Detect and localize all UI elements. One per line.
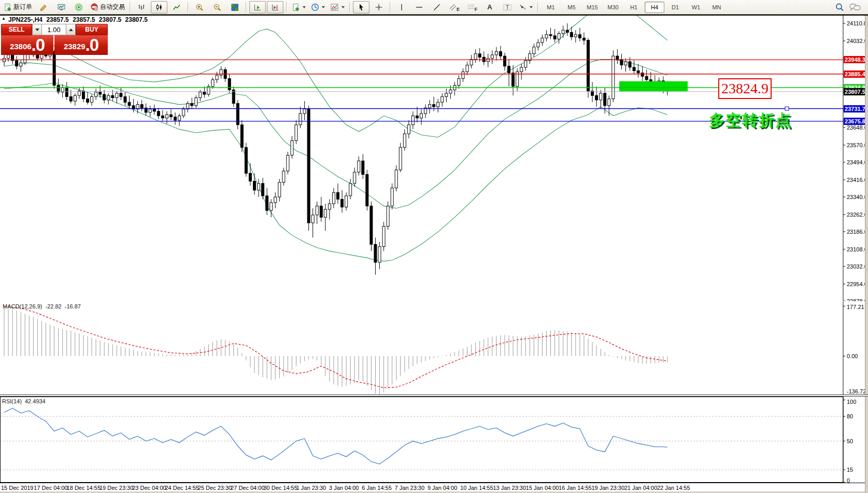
price-callout-label[interactable]: 23824.9 <box>718 78 772 99</box>
timeframe-button-m1[interactable]: M1 <box>541 2 561 13</box>
autoscroll-button[interactable] <box>249 1 266 13</box>
macd-axis-tick: 0.00 <box>847 353 858 359</box>
arrow-tools-button[interactable] <box>517 1 535 13</box>
line-chart-button[interactable] <box>168 1 185 13</box>
cursor-button[interactable] <box>353 1 369 13</box>
chart-window-border <box>0 15 868 16</box>
label-icon: T <box>503 3 512 11</box>
timeframe-button-w1[interactable]: W1 <box>686 2 706 13</box>
sell-price[interactable]: 23806.0 <box>1 35 53 55</box>
new-order-button[interactable]: 新订单 <box>2 1 34 13</box>
sell-price-fraction: .0 <box>32 36 45 54</box>
candlestick-chart-button[interactable] <box>151 1 167 13</box>
volume-increase-button[interactable] <box>66 24 76 35</box>
rsi-axis-tick: 80 <box>847 413 853 419</box>
signal-button[interactable] <box>70 1 87 13</box>
dropdown-caret-icon <box>303 6 306 8</box>
timeframe-group: M1M5M15M30H1H4D1W1MN <box>540 2 727 13</box>
new-chart-button[interactable] <box>53 1 69 13</box>
ohlc-close: 23807.5 <box>125 16 148 23</box>
svg-text:T: T <box>506 4 509 10</box>
main-chart-canvas[interactable]: 24110.024032.023956.023878.023802.023724… <box>0 15 868 301</box>
buy-button[interactable]: BUY <box>76 24 108 35</box>
zoom-in-icon <box>195 3 204 11</box>
autotrade-label: 自动交易 <box>100 3 125 11</box>
timeframe-button-h1[interactable]: H1 <box>624 2 644 13</box>
fibonacci-button[interactable]: F <box>464 1 480 13</box>
mt4-window: 新订单 自动交易 <box>0 0 868 493</box>
bar-chart-button[interactable] <box>133 1 150 13</box>
price-axis-tick: 24110.0 <box>847 20 867 26</box>
zoom-in-button[interactable] <box>191 1 208 13</box>
tile-windows-icon <box>231 3 239 11</box>
autotrade-button[interactable]: 自动交易 <box>88 1 127 13</box>
search-icon[interactable] <box>835 3 844 12</box>
signal-icon <box>75 3 83 11</box>
timeframe-button-m15[interactable]: M15 <box>582 2 602 13</box>
buy-price-main: 23829 <box>64 39 86 54</box>
toolbar-separator <box>246 2 247 12</box>
toolbar-separator <box>188 2 189 12</box>
time-axis[interactable]: 15 Dec 201917 Dec 04:0018 Dec 14:5519 De… <box>0 483 868 492</box>
timeframe-button-m5[interactable]: M5 <box>562 2 581 13</box>
timeframe-button-d1[interactable]: D1 <box>665 2 685 13</box>
volume-decrease-button[interactable] <box>32 24 42 35</box>
sell-button[interactable]: SELL <box>1 24 32 35</box>
crosshair-button[interactable] <box>371 1 387 13</box>
channel-letter: E <box>457 7 460 12</box>
period-menu-button[interactable] <box>309 1 327 13</box>
dropdown-caret-icon <box>322 6 325 8</box>
horizontal-line-button[interactable] <box>411 1 428 13</box>
collapse-panel-icon[interactable]: ▲ <box>2 16 6 21</box>
crosshair-icon <box>375 3 383 11</box>
toolbar-separator <box>390 2 391 12</box>
symbol-info: JPN225-,H4 23857.5 23857.5 23807.5 23807… <box>8 16 150 23</box>
rsi-label: RSI(14) 42.4934 <box>2 398 46 404</box>
toolbar: 新订单 自动交易 <box>0 0 868 15</box>
macd-pane-canvas[interactable]: 177.210.00-136.72 <box>0 302 868 395</box>
new-order-label: 新订单 <box>13 3 32 11</box>
price-axis-tick: 24032.0 <box>847 38 867 44</box>
new-order-menu-button[interactable] <box>290 1 308 13</box>
toolbar-separator <box>537 2 538 12</box>
zoom-out-button[interactable] <box>209 1 225 13</box>
time-axis-label: 10 Jan 14:55 <box>460 485 493 491</box>
window-right-edge <box>865 15 868 493</box>
timeframe-button-m30[interactable]: M30 <box>603 2 623 13</box>
macd-main-value: -22.82 <box>45 303 61 309</box>
rsi-axis-tick: 100 <box>847 399 856 405</box>
text-button[interactable]: A <box>481 1 498 13</box>
price-badge: 23885.4 <box>844 71 866 78</box>
horizontal-line-icon <box>415 3 423 11</box>
toolbar-separator <box>130 2 131 12</box>
chart-shift-button[interactable] <box>267 1 283 13</box>
volume-input[interactable] <box>42 24 66 35</box>
macd-name: MACD(12,26,9) <box>3 303 42 309</box>
symbol-name: JPN225-,H4 <box>8 16 42 23</box>
time-axis-label: 1 Jan 23:30 <box>296 485 326 491</box>
price-axis-tick: 23186.0 <box>847 229 867 235</box>
time-axis-label: 3 Jan 04:00 <box>329 485 359 491</box>
vertical-line-button[interactable] <box>393 1 410 13</box>
candlestick-chart-icon <box>155 3 163 11</box>
timeframe-button-mn[interactable]: MN <box>707 2 727 13</box>
buy-price[interactable]: 23829.0 <box>54 35 108 55</box>
indicators-menu-button[interactable] <box>328 1 347 13</box>
tile-windows-button[interactable] <box>226 1 243 13</box>
highlight-rectangle[interactable] <box>619 81 688 91</box>
rsi-pane-canvas[interactable]: 1008050150 <box>0 397 868 483</box>
price-axis-tick: 23262.0 <box>847 212 867 218</box>
timeframe-button-h4[interactable]: H4 <box>645 2 664 13</box>
turning-point-annotation[interactable]: 多空转折点 <box>709 110 792 131</box>
label-button[interactable]: T <box>499 1 516 13</box>
time-axis-label: 22 Jan 14:55 <box>657 485 690 491</box>
styles-button[interactable] <box>35 1 52 13</box>
chart-window-icon <box>57 3 66 11</box>
price-axis-tick: 23494.0 <box>847 159 867 165</box>
chat-icon[interactable] <box>849 3 861 12</box>
channel-button[interactable]: E <box>446 1 463 13</box>
trendline-button[interactable] <box>429 1 445 13</box>
pane-separator[interactable] <box>0 395 868 397</box>
time-axis-label: 15 Dec 2019 <box>1 485 33 491</box>
price-badge: 23731.7 <box>844 105 866 112</box>
